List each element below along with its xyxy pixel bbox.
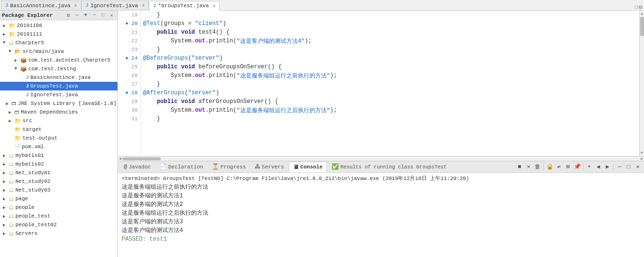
- stop-button[interactable]: ■: [515, 163, 524, 171]
- console-body[interactable]: <terminated> GroupsTest [TestNG] C:\Prog…: [118, 173, 644, 257]
- servers-icon: 🖧: [255, 163, 260, 170]
- tab-results-label: Results of running class GroupsTest: [340, 164, 447, 170]
- clear-button[interactable]: 🗑: [533, 163, 542, 171]
- tree-item-pomxml[interactable]: 📄 pom.xml: [0, 142, 117, 151]
- tree-arrow: ▶: [3, 222, 9, 228]
- tree-arrow: ▶: [3, 188, 9, 193]
- tab-ignore-close[interactable]: ✕: [142, 3, 144, 8]
- open-console-button[interactable]: ⊞: [564, 163, 572, 171]
- tree-item-com-autotest[interactable]: ▶ 📦 com.test.autotest.Charpter5: [0, 56, 117, 64]
- pin-button[interactable]: 📌: [573, 163, 581, 171]
- scroll-up-icon[interactable]: ▲: [640, 11, 644, 17]
- tab-groups-close[interactable]: ✕: [213, 3, 215, 9]
- tree-label: src: [23, 118, 32, 124]
- line-num-21: 21: [118, 28, 141, 37]
- console-header: <terminated> GroupsTest [TestNG] C:\Prog…: [122, 174, 640, 183]
- tab-ignore[interactable]: J IgnoreTest.java ✕: [81, 0, 149, 10]
- tree-item-netstudy03[interactable]: ▶ 🗂 Net_study03: [0, 186, 117, 194]
- tab-basic-close[interactable]: ✕: [74, 3, 77, 8]
- java-icon-3: J: [153, 3, 156, 9]
- sidebar-header: Package Explorer ⊞ ↔ ▼ ─ □ ✕: [0, 11, 117, 20]
- tab-progress[interactable]: ⏳ Progress: [208, 162, 250, 172]
- project-icon: 🗂: [9, 161, 14, 167]
- tab-javadoc[interactable]: @ Javadoc: [120, 162, 155, 172]
- tree-item-com-testng[interactable]: ▼ 📦 com.test.testng: [0, 64, 117, 73]
- package-explorer-panel: Package Explorer ⊞ ↔ ▼ ─ □ ✕ ▶ 📁 2019110…: [0, 11, 118, 257]
- maximize-console-button[interactable]: □: [624, 163, 633, 171]
- minimize-sidebar-button[interactable]: ─: [90, 12, 98, 19]
- console-line-5: 这是客户端的测试方法3: [122, 218, 640, 226]
- tree-item-people-test02[interactable]: ▶ 🗂 people_test02: [0, 220, 117, 229]
- new-console-button[interactable]: +: [585, 163, 593, 171]
- editor-scrollbar[interactable]: ▲ ▼: [639, 11, 644, 156]
- javadoc-icon: @: [124, 164, 127, 170]
- maximize-editor-icon[interactable]: □: [635, 5, 638, 10]
- tree-label: Net_study03: [15, 187, 51, 193]
- line-num-23: 23: [118, 45, 141, 54]
- tree-label: Net_study02: [15, 179, 51, 184]
- tree-item-srcmainjava[interactable]: ▼ 📂 src/main/java: [0, 47, 117, 56]
- tree-item-20191111[interactable]: ▶ 📁 20191111: [0, 30, 117, 39]
- scroll-down-icon[interactable]: ▼: [640, 150, 644, 156]
- next-console-button[interactable]: ▶: [603, 163, 612, 171]
- code-content[interactable]: } @Test(groups = "client") public void t…: [141, 11, 639, 156]
- tree-label: com.test.testng: [28, 66, 76, 72]
- prev-console-button[interactable]: ◀: [594, 163, 603, 171]
- tree-arrow: ▶: [14, 58, 20, 63]
- code-line-31: }: [143, 115, 637, 123]
- package-icon: 📦: [20, 66, 27, 72]
- tab-console-label: Console: [300, 164, 322, 170]
- tree-item-groupstest[interactable]: J GroupsTest.java: [0, 82, 117, 90]
- xml-icon: 📄: [14, 144, 20, 150]
- tree-item-servers[interactable]: ▶ 🗂 Servers: [0, 229, 117, 238]
- maximize-sidebar-button[interactable]: □: [99, 12, 107, 19]
- tree-item-testoutput[interactable]: 📁 test-output: [0, 134, 117, 142]
- code-editor[interactable]: 19 20◆ 21 22 23 24◆ 25 26 27 28◆ 29 30 3…: [118, 11, 644, 156]
- minimize-console-button[interactable]: ─: [615, 163, 624, 171]
- java-icon: J: [5, 3, 8, 8]
- tree-item-netstudy01[interactable]: ▶ 🗂 Net_study01: [0, 168, 117, 177]
- tree-item-charpter5[interactable]: ▼ 🗂 Charpter5: [0, 39, 117, 47]
- tree-item-jre[interactable]: ▶ 🗃 JRE System Library [JavaSE-1.8]: [0, 99, 117, 108]
- project-icon: 🗂: [9, 222, 14, 228]
- tab-basic[interactable]: J BasicAnnotince.java ✕: [1, 0, 81, 10]
- editor-hscrollbar[interactable]: ◀ ▶: [118, 156, 644, 161]
- maven-icon: 🗃: [14, 109, 19, 115]
- word-wrap-button[interactable]: ⇌: [554, 163, 563, 171]
- tree-item-maven[interactable]: ▶ 🗃 Maven Dependencies: [0, 108, 117, 116]
- tree-item-mybatis02[interactable]: ▶ 🗂 mybatis02: [0, 160, 117, 168]
- tree-item-target[interactable]: 📁 target: [0, 125, 117, 134]
- tab-results[interactable]: ✅ Results of running class GroupsTest: [328, 162, 451, 172]
- tree-item-mybatis01[interactable]: ▶ 🗂 mybatis01: [0, 151, 117, 160]
- scroll-lock-button[interactable]: 🔒: [545, 163, 554, 171]
- tree-item-src[interactable]: ▶ 📁 src: [0, 116, 117, 125]
- tree-label: page: [15, 196, 28, 202]
- code-line-24: @BeforeGroups("server"): [143, 54, 637, 63]
- tree-item-netstudy02[interactable]: ▶ 🗂 Net_study02: [0, 177, 117, 186]
- remove-button[interactable]: ✕: [524, 163, 533, 171]
- tree-label: Servers: [15, 231, 38, 236]
- code-line-29: public void afterGroupsOnServer() {: [143, 97, 637, 106]
- tree-item-people[interactable]: ▶ 🗂 people: [0, 203, 117, 212]
- declaration-icon: 📄: [159, 163, 167, 170]
- link-with-editor-button[interactable]: ↔: [73, 12, 81, 19]
- project-icon: 🗂: [9, 170, 14, 176]
- collapse-all-button[interactable]: ⊞: [64, 12, 72, 19]
- close-console-button[interactable]: ✕: [633, 163, 642, 171]
- tab-console[interactable]: 🖥 Console: [289, 162, 327, 172]
- tree-item-20191106[interactable]: ▶ 📁 20191106: [0, 21, 117, 30]
- tab-declaration[interactable]: 📄 Declaration: [155, 162, 207, 172]
- tree-arrow: ▶: [3, 153, 9, 158]
- tab-servers[interactable]: 🖧 Servers: [251, 162, 288, 172]
- tree-item-basicannotince[interactable]: J BasicAnnotince.java: [0, 73, 117, 82]
- view-menu-button[interactable]: ▼: [82, 12, 90, 19]
- code-line-22: System.out.println("这是客户端的测试方法4");: [143, 37, 637, 45]
- tab-groups[interactable]: J *GroupsTest.java ✕: [149, 1, 219, 11]
- tree-item-people-test[interactable]: ▶ 🗂 people_test: [0, 212, 117, 220]
- restore-editor-icon[interactable]: ⧉: [639, 5, 642, 10]
- tree-arrow: ▼: [14, 66, 20, 71]
- tree-arrow: ▶: [3, 231, 9, 236]
- tree-item-ignoretest[interactable]: J IgnoreTest.java: [0, 90, 117, 99]
- close-sidebar-button[interactable]: ✕: [108, 12, 116, 19]
- tree-item-page[interactable]: ▶ 🗂 page: [0, 194, 117, 203]
